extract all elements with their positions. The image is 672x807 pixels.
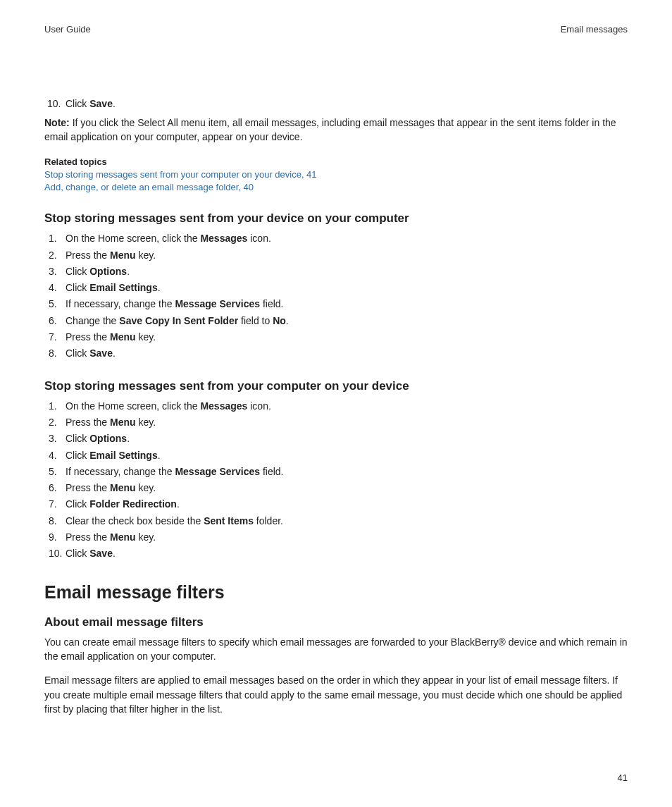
text-bold: Folder Redirection (89, 498, 177, 510)
note-label: Note: (44, 117, 70, 128)
step-text: Press the Menu key. (66, 415, 628, 429)
list-item: 4.Click Email Settings. (44, 448, 628, 462)
step-number: 1. (44, 231, 66, 245)
text-bold: Menu (110, 417, 136, 428)
text-run: key. (136, 482, 156, 493)
step-number: 6. (44, 314, 66, 328)
continued-step-list: 10. Click Save. (44, 98, 628, 109)
text-bold: No (273, 315, 286, 326)
list-item: 7.Press the Menu key. (44, 330, 628, 344)
text-run: icon. (247, 233, 270, 244)
step-number: 10. (44, 98, 66, 109)
text-run: . (113, 347, 116, 359)
step-text: Click Options. (66, 264, 628, 278)
step-text: Press the Menu key. (66, 330, 628, 344)
text-run: key. (136, 250, 156, 261)
list-item: 8.Clear the check box beside the Sent It… (44, 514, 628, 528)
step-text: Click Folder Redirection. (66, 497, 628, 511)
step-text: Press the Menu key. (66, 248, 628, 262)
text-run: icon. (247, 400, 270, 412)
step-number: 7. (44, 330, 66, 344)
text-run: . (127, 433, 130, 444)
step-number: 3. (44, 264, 66, 278)
list-item: 3.Click Options. (44, 264, 628, 278)
step-number: 10. (44, 546, 66, 560)
text-run: Click (66, 282, 89, 293)
step-number: 9. (44, 530, 66, 544)
steps-list-b: 1.On the Home screen, click the Messages… (44, 399, 628, 561)
step-text: Click Email Settings. (66, 448, 628, 462)
text-bold: Options (89, 266, 127, 277)
text-run: key. (136, 331, 156, 343)
related-heading: Related topics (44, 156, 628, 167)
step-number: 3. (44, 431, 66, 445)
text-bold: Options (89, 433, 127, 444)
text-run: . (158, 450, 161, 461)
text-run: . (177, 498, 180, 510)
subheading-stop-device-to-computer: Stop storing messages sent from your dev… (44, 211, 628, 226)
text-run: Change the (66, 315, 119, 326)
text-run: . (127, 266, 130, 277)
related-topics: Related topics Stop storing messages sen… (44, 156, 628, 193)
text-run: Click (66, 266, 89, 277)
text-bold: Save (89, 98, 113, 109)
step-text: Change the Save Copy In Sent Folder fiel… (66, 314, 628, 328)
text-run: On the Home screen, click the (66, 233, 200, 244)
text-bold: Menu (110, 482, 136, 493)
list-item: 10.Click Save. (44, 546, 628, 560)
text-bold: Save (89, 347, 113, 359)
step-text: Click Save. (66, 98, 628, 109)
text-bold: Message Services (175, 466, 260, 477)
text-run: Click (66, 433, 89, 444)
text-bold: Save Copy In Sent Folder (119, 315, 238, 326)
list-item: 1.On the Home screen, click the Messages… (44, 399, 628, 413)
step-text: If necessary, change the Message Service… (66, 297, 628, 311)
step-text: Click Email Settings. (66, 281, 628, 295)
list-item: 5.If necessary, change the Message Servi… (44, 297, 628, 311)
page-number: 41 (618, 772, 628, 783)
list-item: 1.On the Home screen, click the Messages… (44, 231, 628, 245)
text-run: key. (136, 531, 156, 543)
text-bold: Menu (110, 331, 136, 343)
step-text: Click Options. (66, 431, 628, 445)
text-run: If necessary, change the (66, 298, 175, 309)
step-text: Clear the check box beside the Sent Item… (66, 514, 628, 528)
text-run: . (286, 315, 289, 326)
step-text: On the Home screen, click the Messages i… (66, 399, 628, 413)
step-text: Press the Menu key. (66, 530, 628, 544)
text-run: Click (66, 347, 89, 359)
related-link[interactable]: Stop storing messages sent from your com… (44, 168, 628, 181)
step-number: 5. (44, 464, 66, 479)
step-number: 2. (44, 248, 66, 262)
text-bold: Email Settings (89, 450, 157, 461)
text-run: Press the (66, 250, 110, 261)
text-run: . (113, 98, 116, 109)
list-item: 8.Click Save. (44, 346, 628, 360)
paragraph: You can create email message filters to … (44, 635, 628, 664)
list-item: 7.Click Folder Redirection. (44, 497, 628, 511)
related-link[interactable]: Add, change, or delete an email message … (44, 181, 628, 194)
text-run: . (113, 548, 116, 559)
text-run: field to (238, 315, 273, 326)
paragraph: Email message filters are applied to ema… (44, 673, 628, 716)
subheading-about-filters: About email message filters (44, 615, 628, 629)
text-run: Clear the check box beside the (66, 515, 204, 526)
step-number: 2. (44, 415, 66, 429)
text-run: Press the (66, 482, 110, 493)
text-run: field. (260, 466, 283, 477)
text-bold: Menu (110, 250, 136, 261)
step-text: Press the Menu key. (66, 481, 628, 495)
step-number: 8. (44, 514, 66, 528)
text-run: Click (66, 98, 89, 109)
header-right: Email messages (561, 24, 628, 35)
header-left: User Guide (44, 24, 91, 35)
list-item: 10. Click Save. (44, 98, 628, 109)
text-run: Click (66, 450, 89, 461)
list-item: 5.If necessary, change the Message Servi… (44, 464, 628, 479)
step-number: 1. (44, 399, 66, 413)
text-run: . (158, 282, 161, 293)
list-item: 6.Change the Save Copy In Sent Folder fi… (44, 314, 628, 328)
text-run: field. (260, 298, 283, 309)
list-item: 6.Press the Menu key. (44, 481, 628, 495)
list-item: 2.Press the Menu key. (44, 248, 628, 262)
